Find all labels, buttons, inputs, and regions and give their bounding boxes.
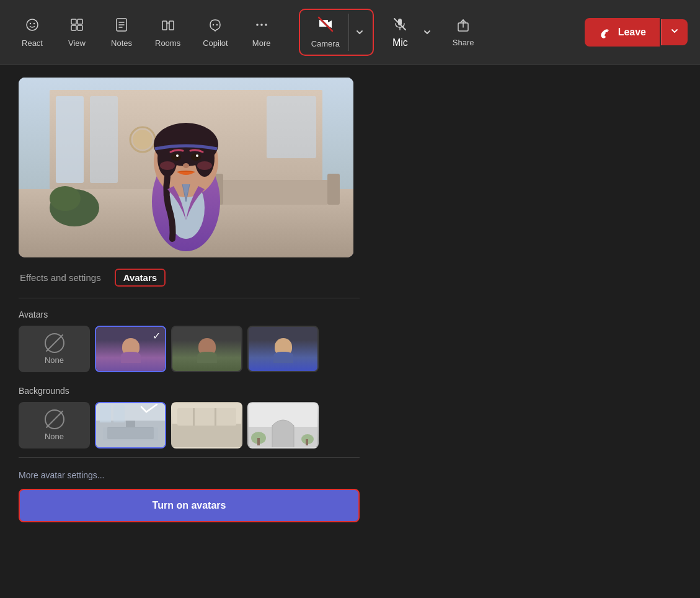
leave-label: Leave [618,27,646,38]
avatar-option-3[interactable] [247,326,319,372]
svg-point-51 [160,161,175,170]
svg-rect-57 [100,405,111,422]
svg-rect-61 [177,408,236,426]
more-icon [254,17,269,35]
notes-icon [114,17,129,35]
svg-point-49 [196,154,198,157]
camera-toggle-button[interactable]: Camera [303,14,349,51]
svg-rect-63 [215,408,216,426]
rooms-button[interactable]: Rooms [146,12,189,53]
svg-point-2 [33,22,35,24]
leave-dropdown-button[interactable] [661,19,688,45]
rooms-icon [161,17,175,35]
leave-button[interactable]: Leave [585,18,660,47]
leave-chevron-icon [670,27,679,35]
svg-rect-11 [162,21,167,30]
bg-option-none[interactable]: None [19,402,90,448]
top-bar: React View Notes [0,0,700,65]
section-divider-top [19,298,360,298]
svg-point-36 [50,186,81,211]
svg-rect-12 [169,21,174,30]
bg-option-2[interactable] [171,402,242,448]
view-label: View [68,38,86,48]
react-button[interactable]: React [12,12,52,53]
turn-on-avatars-button[interactable]: Turn on avatars [19,489,360,522]
svg-point-15 [256,24,259,26]
svg-rect-58 [113,405,125,422]
svg-rect-5 [71,25,76,30]
none-icon [45,333,64,353]
bg-option-3[interactable] [247,402,319,448]
mic-label: Mic [392,37,408,48]
react-label: React [22,38,43,48]
svg-point-0 [27,19,38,30]
svg-rect-60 [171,424,242,448]
bg-thumb-svg-1 [95,402,166,448]
avatar-thumb-2 [172,327,241,371]
view-button[interactable]: View [57,12,97,53]
svg-point-50 [183,163,189,168]
svg-rect-62 [193,408,195,426]
share-label: Share [453,38,474,47]
avatar-option-1[interactable]: ✓ [95,326,166,372]
camera-off-icon [317,16,334,36]
avatar-face-1 [120,335,141,363]
more-button[interactable]: More [242,12,281,53]
selected-checkmark: ✓ [153,330,161,342]
none-label: None [45,355,64,365]
camera-button-group: Camera [299,9,374,56]
notes-button[interactable]: Notes [102,12,141,53]
svg-point-52 [197,161,212,170]
mic-dropdown-button[interactable] [418,25,436,39]
view-icon [69,17,84,35]
bg-option-1[interactable] [95,402,166,448]
avatars-grid: None ✓ [19,326,360,372]
bg-thumb-svg-2 [171,402,242,448]
left-panel: Effects and settings Avatars Avatars Non… [19,78,360,522]
svg-point-16 [260,24,263,26]
backgrounds-grid: None [19,402,360,448]
svg-point-46 [171,153,181,161]
svg-point-1 [30,22,31,24]
avatar-preview [19,78,353,257]
svg-rect-69 [306,439,308,445]
share-button[interactable]: Share [444,14,483,51]
copilot-icon [208,17,223,35]
svg-point-38 [133,130,153,150]
svg-rect-30 [90,96,118,183]
svg-rect-68 [257,438,260,445]
mic-button-group: Mic [384,13,436,52]
avatar-thumb-3 [249,327,317,371]
svg-rect-56 [126,421,135,428]
avatar-option-none[interactable]: None [19,326,90,372]
more-label: More [252,38,271,48]
section-divider-bottom [19,457,360,458]
share-icon [456,18,471,35]
svg-rect-6 [78,25,82,30]
camera-dropdown-button[interactable] [349,25,370,39]
react-icon [25,17,40,35]
copilot-button[interactable]: Copilot [194,12,236,53]
mic-toggle-button[interactable]: Mic [384,13,417,52]
mic-off-icon [392,17,407,34]
camera-label: Camera [311,39,340,48]
svg-rect-32 [217,180,329,205]
svg-point-14 [216,24,218,25]
rooms-label: Rooms [155,38,180,48]
avatar-face-2 [196,335,218,363]
copilot-label: Copilot [203,38,228,48]
more-avatar-settings-link[interactable]: More avatar settings... [19,470,360,480]
tabs-section: Effects and settings Avatars [19,269,360,289]
svg-rect-55 [107,427,154,439]
svg-rect-4 [78,19,82,24]
avatar-option-2[interactable] [171,326,242,372]
tab-effects-settings[interactable]: Effects and settings [19,270,102,285]
bg-thumb-svg-3 [247,402,319,448]
svg-rect-29 [56,96,84,183]
avatar-scene [19,78,353,257]
main-content: Effects and settings Avatars Avatars Non… [0,65,700,535]
avatar-face-3 [272,335,294,363]
tab-avatars[interactable]: Avatars [115,269,166,287]
svg-point-17 [265,24,267,26]
svg-rect-31 [267,96,316,158]
